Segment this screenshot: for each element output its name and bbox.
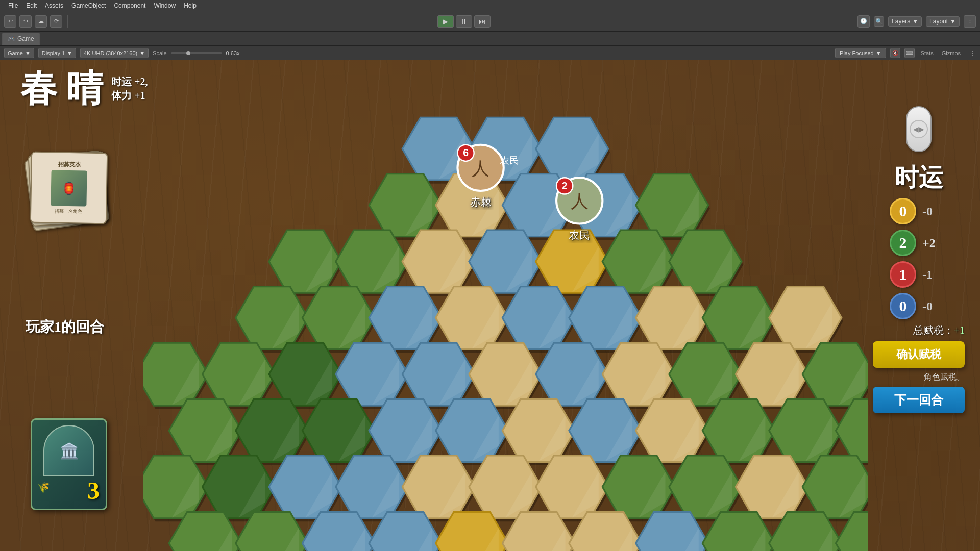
hand-card[interactable]: 🏛️ 3 🌾 bbox=[31, 418, 112, 520]
layout-label: Layout bbox=[929, 18, 948, 25]
luck-badge-yellow: 0 bbox=[890, 198, 916, 224]
scale-label: Scale bbox=[153, 50, 167, 56]
svg-text:人: 人 bbox=[472, 158, 489, 179]
luck-scores: 0 -0 2 +2 1 -1 0 -0 bbox=[868, 198, 970, 319]
svg-text:6: 6 bbox=[463, 147, 469, 158]
resolution-label: 4K UHD (3840x2160) bbox=[84, 50, 137, 56]
luck-row-2: 1 -1 bbox=[890, 261, 948, 288]
redo-btn[interactable]: ↪ bbox=[19, 15, 32, 28]
right-panel: ◀▶ 时运 0 -0 2 +2 1 -1 bbox=[868, 106, 970, 413]
play-focused-btn[interactable]: Play Focused ▼ bbox=[835, 48, 886, 58]
scale-thumb bbox=[186, 51, 190, 55]
confirm-tax-button[interactable]: 确认赋税 bbox=[873, 341, 965, 368]
menu-window[interactable]: Window bbox=[150, 1, 180, 10]
luck-delta-3: -0 bbox=[922, 299, 948, 313]
luck-toggle-inner: ◀▶ bbox=[910, 120, 928, 138]
playback-controls: ▶ ⏸ ⏭ bbox=[73, 15, 854, 28]
scale-value: 0.63x bbox=[226, 50, 240, 56]
layout-dropdown[interactable]: Layout ▼ bbox=[926, 16, 960, 27]
menu-help[interactable]: Help bbox=[180, 1, 201, 10]
toolbar: ↩ ↪ ☁ ⟳ ▶ ⏸ ⏭ 🕐 🔍 Layers ▼ Layout ▼ ⋮ bbox=[0, 11, 980, 32]
svg-text:农民: 农民 bbox=[500, 155, 519, 166]
game-tab[interactable]: 🎮 Game bbox=[2, 33, 40, 45]
cloud-btn[interactable]: ☁ bbox=[35, 15, 47, 28]
menu-component[interactable]: Component bbox=[110, 1, 150, 10]
total-tax-value: +1 bbox=[954, 324, 965, 336]
toolbar-divider-1 bbox=[67, 15, 68, 28]
hex-grid: // Hex grid rendering will be done inlin… bbox=[143, 104, 868, 551]
editor-chrome: File Edit Assets GameObject Component Wi… bbox=[0, 0, 980, 551]
tab-bar: 🎮 Game bbox=[0, 32, 980, 46]
season-title: 春 晴 bbox=[20, 70, 103, 107]
refresh-btn[interactable]: ⟳ bbox=[50, 15, 62, 28]
svg-text:赤棘: 赤棘 bbox=[470, 196, 492, 208]
keyboard-btn[interactable]: ⌨ bbox=[904, 48, 915, 58]
next-round-button[interactable]: 下一回合 bbox=[873, 387, 965, 413]
display-arrow: ▼ bbox=[67, 50, 72, 56]
total-tax-label: 总赋税： bbox=[913, 324, 954, 336]
player-turn: 玩家1的回合 bbox=[26, 317, 104, 337]
undo-btn[interactable]: ↩ bbox=[4, 15, 16, 28]
luck-row-3: 0 -0 bbox=[890, 293, 948, 319]
stats-btn[interactable]: Stats bbox=[919, 50, 936, 56]
layout-arrow: ▼ bbox=[950, 18, 956, 25]
step-button[interactable]: ⏭ bbox=[474, 15, 491, 28]
deck-card-image: 🏮 bbox=[51, 170, 87, 206]
menu-edit[interactable]: Edit bbox=[22, 1, 41, 10]
hand-card-arch: 🏛️ bbox=[43, 425, 94, 476]
card-deck[interactable]: 招募英杰 🏮 招募一名角色 bbox=[31, 152, 117, 234]
layers-arrow: ▼ bbox=[912, 18, 918, 25]
svg-text:2: 2 bbox=[562, 180, 568, 191]
scene-controls-right: Play Focused ▼ 🔇 ⌨ Stats Gizmos ⋮ bbox=[835, 48, 976, 58]
hand-card-number: 3 bbox=[87, 477, 100, 505]
hand-card-wheat-icon: 🌾 bbox=[37, 481, 50, 493]
hand-card-visual: 🏛️ 3 🌾 bbox=[31, 418, 107, 510]
layers-dropdown[interactable]: Layers ▼ bbox=[888, 16, 922, 27]
luck-toggle[interactable]: ◀▶ bbox=[906, 106, 932, 152]
scene-controls: Game ▼ Display 1 ▼ 4K UHD (3840x2160) ▼ … bbox=[0, 46, 980, 60]
search-btn[interactable]: 🔍 bbox=[874, 16, 884, 27]
menu-assets[interactable]: Assets bbox=[41, 1, 67, 10]
luck-title: 时运 bbox=[894, 161, 943, 194]
audio-btn[interactable]: 🔇 bbox=[890, 48, 900, 58]
play-button[interactable]: ▶ bbox=[437, 15, 454, 28]
role-tax-text: 角色赋税。 bbox=[924, 372, 965, 383]
season-status: 时运 +2, 体力 +1 bbox=[111, 75, 148, 103]
luck-badge-green: 2 bbox=[890, 230, 916, 256]
luck-delta-2: -1 bbox=[922, 268, 948, 282]
gizmos-btn[interactable]: Gizmos bbox=[940, 50, 963, 56]
luck-delta-0: -0 bbox=[922, 205, 948, 218]
menu-file[interactable]: File bbox=[4, 1, 22, 10]
luck-row-0: 0 -0 bbox=[890, 198, 948, 224]
resolution-arrow: ▼ bbox=[139, 50, 145, 56]
more-btn[interactable]: ⋮ bbox=[964, 15, 976, 28]
resolution-dropdown[interactable]: 4K UHD (3840x2160) ▼ bbox=[80, 48, 149, 58]
deck-title: 招募英杰 bbox=[58, 161, 81, 169]
scene-label-arrow: ▼ bbox=[25, 50, 31, 56]
toolbar-right: 🕐 🔍 Layers ▼ Layout ▼ ⋮ bbox=[857, 15, 976, 28]
scene-label-dropdown[interactable]: Game ▼ bbox=[4, 48, 34, 58]
scene-more-btn[interactable]: ⋮ bbox=[969, 49, 976, 57]
display-label: Display 1 bbox=[42, 50, 65, 56]
svg-text:农民: 农民 bbox=[569, 229, 590, 241]
total-tax: 总赋税：+1 bbox=[913, 323, 965, 337]
pause-button[interactable]: ⏸ bbox=[456, 15, 472, 28]
luck-delta-1: +2 bbox=[922, 236, 948, 250]
menu-bar: File Edit Assets GameObject Component Wi… bbox=[0, 0, 980, 11]
status-line1: 时运 +2, bbox=[111, 75, 148, 89]
display-dropdown[interactable]: Display 1 ▼ bbox=[38, 48, 76, 58]
layers-label: Layers bbox=[892, 18, 910, 25]
game-tab-icon: 🎮 bbox=[8, 35, 15, 42]
game-view[interactable]: 春 晴 时运 +2, 体力 +1 招募英杰 🏮 招募一名角色 bbox=[0, 60, 980, 551]
deck-card-top[interactable]: 招募英杰 🏮 招募一名角色 bbox=[30, 152, 108, 224]
hex-grid-svg: // Hex grid rendering will be done inlin… bbox=[143, 104, 868, 551]
deck-sub: 招募一名角色 bbox=[55, 208, 82, 215]
scale-slider[interactable] bbox=[171, 52, 222, 54]
history-btn[interactable]: 🕐 bbox=[857, 15, 870, 28]
main-content: 春 晴 时运 +2, 体力 +1 招募英杰 🏮 招募一名角色 bbox=[0, 60, 980, 551]
menu-gameobject[interactable]: GameObject bbox=[67, 1, 110, 10]
game-tab-label: Game bbox=[17, 35, 34, 42]
play-focused-label: Play Focused bbox=[840, 50, 874, 56]
game-season: 春 晴 时运 +2, 体力 +1 bbox=[20, 70, 148, 107]
luck-badge-blue: 0 bbox=[890, 293, 916, 319]
